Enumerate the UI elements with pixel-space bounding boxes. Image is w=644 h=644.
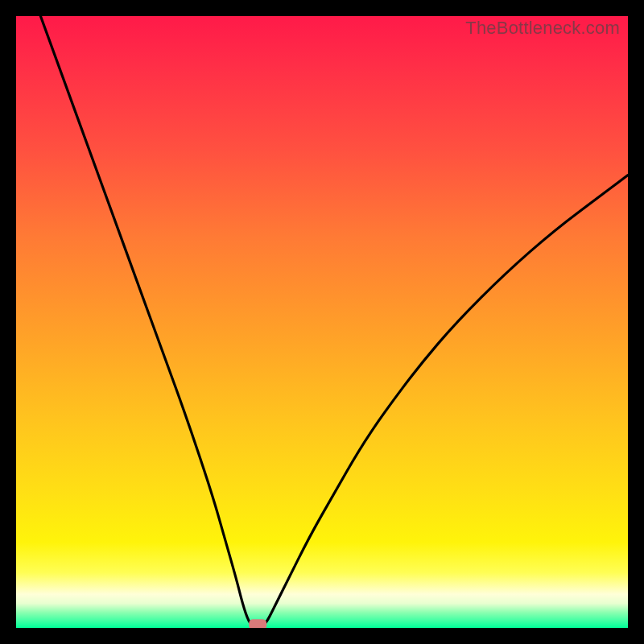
bottleneck-curve — [40, 16, 628, 628]
curve-layer — [16, 16, 628, 628]
chart-frame: TheBottleneck.com — [0, 0, 644, 644]
plot-area: TheBottleneck.com — [16, 16, 628, 628]
optimal-point-marker — [249, 619, 266, 628]
